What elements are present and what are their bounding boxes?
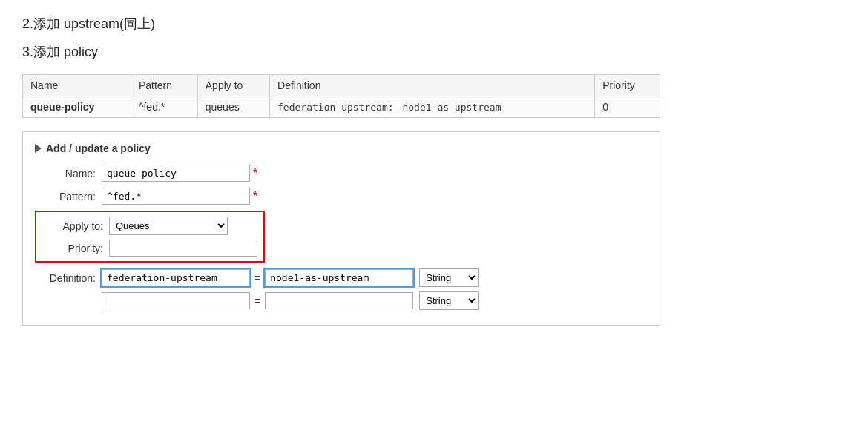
row-name: queue-policy xyxy=(23,96,131,118)
col-definition: Definition xyxy=(270,75,595,96)
row-definition: federation-upstream: node1-as-upstream xyxy=(270,96,595,118)
pattern-required: * xyxy=(253,190,257,203)
name-input[interactable] xyxy=(102,165,250,182)
add-update-policy-form: Add / update a policy Name: * Pattern: *… xyxy=(22,131,660,326)
def-key-input-1[interactable] xyxy=(102,269,250,286)
col-apply-to: Apply to xyxy=(197,75,269,96)
row-pattern: ^fed.* xyxy=(131,96,197,118)
col-priority: Priority xyxy=(595,75,660,96)
row-priority: 0 xyxy=(595,96,660,118)
policy-table: Name Pattern Apply to Definition Priorit… xyxy=(22,74,660,118)
def-type-select-2[interactable]: String Number Boolean List xyxy=(419,291,479,310)
priority-label: Priority: xyxy=(42,243,109,254)
definition-label: Definition: xyxy=(35,272,102,284)
col-name: Name xyxy=(23,75,131,96)
collapse-icon[interactable] xyxy=(35,144,42,153)
definition-row-2: = String Number Boolean List xyxy=(35,291,648,310)
heading2: 3.添加 policy xyxy=(22,43,846,61)
name-required: * xyxy=(253,167,257,180)
heading1: 2.添加 upstream(同上) xyxy=(22,15,846,33)
pattern-label: Pattern: xyxy=(35,191,102,202)
pattern-row: Pattern: * xyxy=(35,188,648,205)
def-equals-2: = xyxy=(254,295,260,307)
name-row: Name: * xyxy=(35,165,648,182)
highlight-box: Apply to: Queues Exchanges All Priority: xyxy=(35,211,265,263)
row-apply-to: queues xyxy=(197,96,269,118)
def-val-input-1[interactable] xyxy=(265,269,413,286)
def-equals-1: = xyxy=(254,272,260,284)
pattern-input[interactable] xyxy=(102,188,250,205)
apply-to-row: Apply to: Queues Exchanges All xyxy=(42,217,257,235)
table-row: queue-policy ^fed.* queues federation-up… xyxy=(23,96,660,118)
definition-row-1: Definition: = String Number Boolean List xyxy=(35,268,648,287)
form-section-title: Add / update a policy xyxy=(35,142,648,154)
def-type-select-1[interactable]: String Number Boolean List xyxy=(419,268,479,287)
apply-to-select[interactable]: Queues Exchanges All xyxy=(109,217,228,235)
def-val-input-2[interactable] xyxy=(265,292,413,309)
priority-row: Priority: xyxy=(42,240,257,257)
def-key-input-2[interactable] xyxy=(102,292,250,309)
col-pattern: Pattern xyxy=(131,75,197,96)
priority-input[interactable] xyxy=(109,240,257,257)
name-label: Name: xyxy=(35,168,102,179)
apply-to-label: Apply to: xyxy=(42,220,109,232)
